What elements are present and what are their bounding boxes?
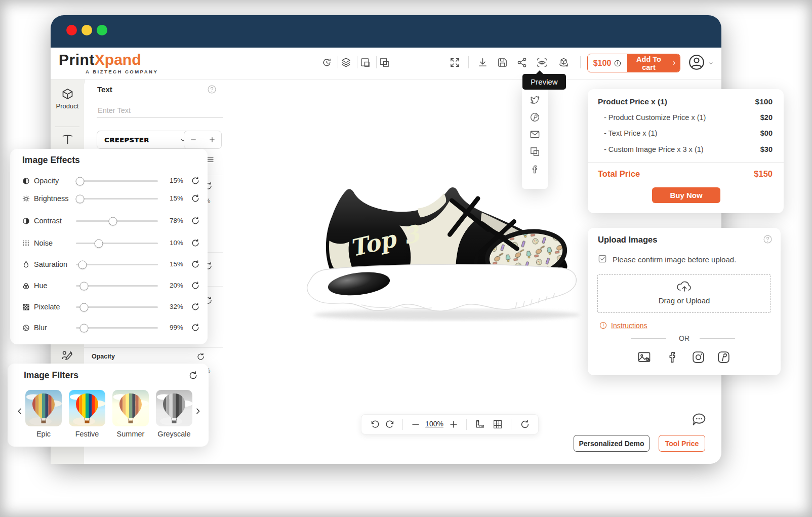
instructions-link[interactable]: Instructions bbox=[599, 321, 647, 330]
drag-upload-dropzone[interactable]: Drag or Upload bbox=[597, 274, 771, 313]
user-avatar[interactable] bbox=[687, 53, 706, 71]
zoom-in-icon[interactable] bbox=[448, 419, 459, 430]
product-canvas[interactable]: Top 3 bbox=[301, 175, 592, 327]
sidebar-item-product[interactable]: Product bbox=[51, 87, 84, 110]
reset-icon[interactable] bbox=[196, 352, 206, 362]
close-window-button[interactable] bbox=[66, 25, 77, 35]
layers-icon[interactable] bbox=[338, 55, 353, 70]
save-icon[interactable] bbox=[495, 55, 510, 70]
copy-link-icon[interactable] bbox=[529, 146, 541, 157]
effect-label: Brightness bbox=[34, 194, 69, 203]
reset-icon[interactable] bbox=[190, 323, 200, 333]
twitter-share-icon[interactable] bbox=[529, 94, 541, 106]
image-filters-title: Image Filters bbox=[24, 370, 78, 381]
chat-icon[interactable] bbox=[691, 411, 708, 428]
minus-icon[interactable] bbox=[186, 132, 201, 147]
reset-icon[interactable] bbox=[188, 370, 198, 381]
duplicate-icon[interactable] bbox=[377, 55, 392, 70]
brightness-icon bbox=[21, 194, 31, 204]
saturation-icon bbox=[21, 260, 31, 269]
cart-price-badge: $100 bbox=[588, 54, 627, 72]
minimize-window-button[interactable] bbox=[82, 25, 92, 35]
tool-price-button[interactable]: Tool Price bbox=[659, 435, 705, 452]
redo-icon[interactable] bbox=[384, 419, 395, 430]
pinterest-share-icon[interactable] bbox=[529, 111, 541, 123]
reset-icon[interactable] bbox=[190, 281, 200, 291]
filter-thumb[interactable] bbox=[25, 390, 62, 426]
ruler-icon[interactable] bbox=[474, 419, 485, 430]
text-input[interactable] bbox=[97, 103, 223, 118]
help-icon[interactable] bbox=[207, 84, 217, 95]
chevron-down-icon[interactable] bbox=[708, 59, 714, 65]
opacity-slider[interactable] bbox=[76, 176, 158, 186]
saturation-slider[interactable] bbox=[76, 259, 158, 269]
filter-option-summer[interactable]: Summer bbox=[112, 390, 149, 438]
buy-now-button[interactable]: Buy Now bbox=[652, 187, 720, 203]
font-select-value: CREEPSTER bbox=[104, 136, 179, 144]
reset-icon[interactable] bbox=[190, 216, 200, 226]
contrast-slider[interactable] bbox=[76, 216, 158, 226]
history-icon[interactable] bbox=[319, 55, 334, 70]
noise-slider[interactable] bbox=[76, 238, 158, 248]
plus-icon[interactable] bbox=[205, 132, 220, 147]
confirm-upload-checkbox[interactable] bbox=[597, 254, 607, 264]
chevron-left-icon[interactable] bbox=[16, 407, 24, 415]
zoom-level[interactable]: 100% bbox=[424, 420, 444, 428]
reset-icon[interactable] bbox=[190, 259, 200, 269]
toolbar-divider bbox=[466, 419, 467, 430]
reset-icon[interactable] bbox=[190, 193, 200, 204]
filter-option-festive[interactable]: Festive bbox=[69, 390, 105, 438]
filter-thumb[interactable] bbox=[112, 390, 149, 426]
effect-row-contrast: Contrast 78% bbox=[10, 214, 208, 228]
toolbar-divider bbox=[468, 56, 469, 68]
sidebar-item-signature[interactable] bbox=[51, 348, 84, 364]
grid-icon[interactable] bbox=[492, 419, 503, 430]
preview-eye-icon[interactable] bbox=[534, 55, 549, 70]
price-row-value: $30 bbox=[760, 145, 773, 153]
reset-icon[interactable] bbox=[190, 176, 200, 186]
filter-option-greyscale[interactable]: Greyscale bbox=[156, 390, 192, 438]
filter-thumb[interactable] bbox=[156, 390, 192, 426]
product-cube-icon bbox=[61, 87, 74, 101]
facebook-share-icon[interactable] bbox=[529, 164, 541, 175]
maximize-window-button[interactable] bbox=[97, 25, 107, 35]
personalized-demo-button[interactable]: Personalized Demo bbox=[574, 435, 649, 452]
help-icon[interactable] bbox=[762, 234, 773, 245]
chevron-right-icon[interactable] bbox=[194, 407, 202, 415]
download-icon[interactable] bbox=[475, 55, 490, 70]
effect-label: Noise bbox=[34, 239, 53, 247]
logo-tagline: A BIZTECH COMPANY bbox=[86, 69, 158, 74]
facebook-upload-icon[interactable] bbox=[665, 349, 680, 365]
email-share-icon[interactable] bbox=[529, 129, 541, 140]
hue-slider[interactable] bbox=[76, 281, 158, 291]
price-row-label: - Text Price x (1) bbox=[604, 129, 657, 137]
blur-slider[interactable] bbox=[76, 323, 158, 333]
reset-icon[interactable] bbox=[190, 302, 200, 312]
hue-icon bbox=[21, 281, 31, 291]
image-filters-panel: Image Filters Epic Festive Summer Greysc… bbox=[8, 364, 209, 447]
effect-label: Hue bbox=[34, 282, 48, 290]
zoom-out-icon[interactable] bbox=[410, 419, 421, 430]
filter-option-epic[interactable]: Epic bbox=[25, 390, 62, 438]
effect-label: Saturation bbox=[34, 260, 67, 268]
pixelate-slider[interactable] bbox=[76, 302, 158, 312]
reset-canvas-icon[interactable] bbox=[519, 419, 531, 430]
filter-thumb[interactable] bbox=[69, 390, 105, 426]
undo-icon[interactable] bbox=[370, 419, 381, 430]
save-template-icon[interactable] bbox=[357, 55, 373, 70]
gallery-upload-icon[interactable] bbox=[636, 349, 652, 365]
pinterest-upload-icon[interactable] bbox=[716, 349, 732, 365]
reset-icon[interactable] bbox=[190, 238, 200, 248]
share-icon[interactable] bbox=[514, 55, 530, 70]
cloud-upload-icon bbox=[676, 280, 693, 293]
brightness-slider[interactable] bbox=[76, 193, 158, 204]
instagram-upload-icon[interactable] bbox=[691, 349, 706, 365]
instructions-label: Instructions bbox=[611, 322, 647, 330]
price-info-icon bbox=[614, 59, 622, 67]
font-select[interactable]: CREEPSTER bbox=[97, 131, 192, 149]
fullscreen-icon[interactable] bbox=[447, 55, 462, 70]
view-3d-icon[interactable] bbox=[556, 55, 571, 70]
contrast-icon bbox=[21, 216, 31, 226]
add-to-cart-button[interactable]: Add To cart bbox=[627, 54, 680, 72]
toolbar-divider bbox=[402, 419, 403, 430]
